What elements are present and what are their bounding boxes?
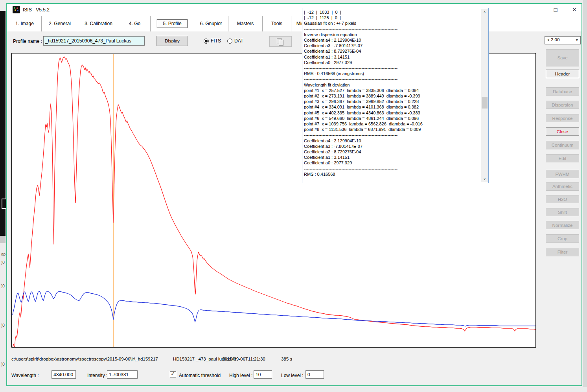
edit-button: Edit (546, 154, 579, 162)
copy-icon (277, 38, 282, 44)
tab-3-calibration[interactable]: 3. Calibration (78, 16, 119, 31)
close-button[interactable]: Close (546, 127, 579, 136)
tab-strip: 1. Image2. General3. Calibration4. Go5. … (7, 16, 581, 31)
zoom-select-value: x 2.00 (547, 37, 559, 42)
tab-4-go[interactable]: 4. Go (119, 16, 151, 31)
h2o-button: H2O (546, 195, 579, 203)
intensity-value-field[interactable] (107, 370, 138, 379)
database-button: Database (546, 87, 579, 96)
dat-radio-circle (227, 39, 232, 44)
crop-button: Crop (546, 234, 579, 243)
titlebar: ISIS - V5.5.2 — □ ✕ (7, 4, 581, 16)
background-label-fragment: ap (1, 252, 6, 256)
automatic-threshold-checkbox[interactable] (170, 371, 176, 377)
reference-spectrum-blue (13, 291, 535, 326)
scroll-up-icon[interactable]: ∧ (481, 9, 488, 15)
dispersion-button: Dispersion (546, 101, 579, 109)
background-window-right (583, 0, 587, 392)
intensity-label: Intensity : (87, 373, 107, 378)
continuum-button: Continuum (546, 141, 579, 149)
scrollbar-thumb[interactable] (482, 97, 488, 109)
screen: ap)0)0)0)0 0 ISIS - V5.5.2 — □ ✕ 1. Imag… (0, 0, 587, 392)
response-button: Response (546, 114, 579, 122)
profile-name-label: Profile name : (13, 39, 42, 44)
log-scrollbar[interactable]: ∧ ∨ (481, 9, 488, 182)
fits-radio-label: FITS (211, 38, 221, 44)
background-window-left: ap)0)0)0)0 (0, 0, 6, 392)
dat-radio-label: DAT (234, 38, 243, 44)
tab-masters[interactable]: Masters (228, 16, 263, 31)
background-label-fragment: )0 (1, 362, 5, 366)
fwhm-button: FWHM (546, 170, 579, 178)
low-level-label: Low level : (281, 373, 304, 378)
background-window-scroll-piece (0, 236, 6, 243)
fits-radio-circle (204, 39, 209, 44)
filter-button: Filter (546, 248, 579, 256)
wavelength-value-field[interactable] (52, 370, 76, 379)
normalize-button: Normalize (546, 221, 579, 229)
app-icon (13, 6, 20, 13)
dat-radio[interactable]: DAT (227, 38, 243, 44)
background-plot-axis: 0 (0, 387, 587, 392)
arithmetic-button: Arithmetic (546, 182, 579, 191)
display-button[interactable]: Display (156, 36, 188, 46)
background-label-fragment: )0 (1, 284, 5, 288)
chevron-down-icon: ▾ (576, 37, 578, 42)
calibration-log-panel[interactable]: | -12 | 1033 | 0 | | -12 | 1125 | 0 | Ga… (302, 8, 489, 183)
fits-radio[interactable]: FITS (204, 38, 221, 44)
file-path-text: c:\users\spirit\dropbox\astronomy\spectr… (11, 357, 158, 361)
tab-6-gnuplot[interactable]: 6. Gnuplot (194, 16, 228, 31)
low-level-field[interactable] (305, 370, 324, 379)
exposure-time: 385 s (281, 357, 292, 361)
shift-button: Shift (546, 208, 579, 216)
observation-datetime: 2015-09-06T11:21:30 (222, 357, 265, 361)
scroll-down-icon[interactable]: ∨ (481, 176, 488, 182)
background-label-fragment: )0 (1, 260, 5, 265)
maximize-button[interactable]: □ (549, 6, 562, 14)
automatic-threshold-label: Automatic threshold (179, 373, 221, 378)
tab-5-profile[interactable]: 5. Profile (151, 16, 194, 31)
high-level-field[interactable] (254, 370, 272, 379)
tab-tools[interactable]: Tools (263, 16, 291, 31)
tab-band: 1. Image2. General3. Calibration4. Go5. … (7, 16, 581, 31)
high-level-label: High level : (229, 373, 252, 378)
save-button: Save (546, 49, 579, 66)
header-button[interactable]: Header (546, 70, 579, 78)
selected-tab-box: 5. Profile (157, 19, 187, 28)
wavelength-label: Wavelength : (11, 373, 39, 378)
copy-profile-button[interactable] (269, 36, 292, 47)
tab-2-general[interactable]: 2. General (42, 16, 78, 31)
profile-name-input[interactable] (43, 36, 145, 46)
close-window-button[interactable]: ✕ (568, 6, 581, 14)
minimize-button[interactable]: — (530, 6, 543, 14)
calibration-log-text: | -12 | 1033 | 0 | | -12 | 1125 | 0 | Ga… (304, 9, 474, 181)
zoom-select[interactable]: x 2.00 ▾ (545, 36, 581, 44)
window-title: ISIS - V5.5.2 (23, 7, 50, 13)
background-label-fragment: )0 (1, 323, 5, 328)
tab-1-image[interactable]: 1. Image (8, 16, 42, 31)
